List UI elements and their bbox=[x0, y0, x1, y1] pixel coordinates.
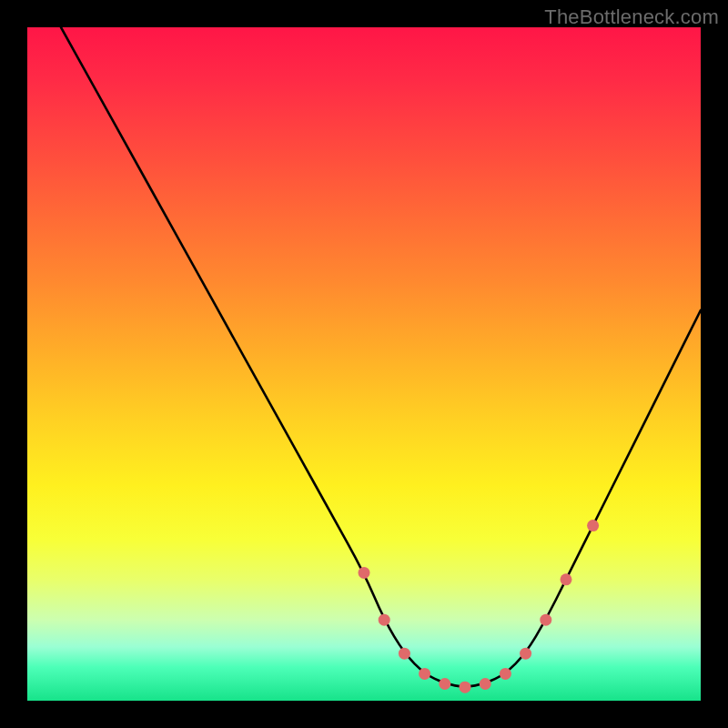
highlight-point bbox=[500, 668, 511, 680]
watermark-text: TheBottleneck.com bbox=[544, 5, 719, 29]
highlight-point bbox=[460, 682, 471, 693]
highlight-point bbox=[540, 614, 551, 626]
highlight-point bbox=[439, 678, 450, 690]
chart-frame: TheBottleneck.com bbox=[0, 0, 728, 728]
highlight-point bbox=[359, 567, 370, 579]
highlight-point bbox=[399, 648, 410, 660]
highlight-point bbox=[587, 520, 599, 531]
highlight-points bbox=[359, 520, 600, 693]
plot-area bbox=[27, 27, 701, 701]
curve-layer bbox=[27, 27, 701, 701]
highlight-point bbox=[520, 648, 531, 660]
highlight-point bbox=[561, 573, 572, 585]
highlight-point bbox=[480, 678, 491, 690]
highlight-point bbox=[419, 668, 430, 680]
bottleneck-curve bbox=[61, 27, 701, 686]
highlight-point bbox=[379, 614, 390, 626]
